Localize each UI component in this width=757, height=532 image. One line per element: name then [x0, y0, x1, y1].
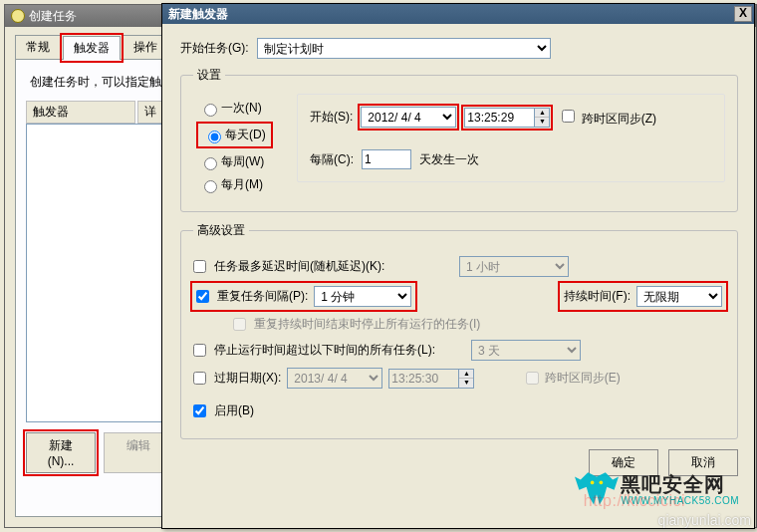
- delay-select: 1 小时: [459, 256, 569, 277]
- clock-icon: [11, 9, 25, 23]
- freq-once[interactable]: 一次(N): [199, 100, 293, 117]
- advanced-legend: 高级设置: [193, 222, 249, 239]
- dialog-titlebar: 新建触发器 X: [162, 4, 754, 24]
- every-label: 每隔(C):: [310, 151, 354, 168]
- delay-label: 任务最多延迟时间(随机延迟)(K):: [214, 258, 453, 275]
- expire-time-spinner: ▲▼: [388, 369, 474, 389]
- settings-group: 设置 一次(N) 每天(D) 每周(W) 每月(M) 开始(S): 2012/ …: [180, 67, 738, 212]
- delay-checkbox[interactable]: [193, 260, 206, 273]
- freq-daily[interactable]: 每天(D): [203, 127, 266, 143]
- close-button[interactable]: X: [734, 6, 752, 22]
- every-input[interactable]: [362, 149, 411, 169]
- back-title-text: 创建任务: [29, 8, 77, 25]
- list-header: 触发器 详: [26, 101, 165, 124]
- stop-repeat-checkbox: [233, 318, 246, 331]
- svg-point-1: [600, 481, 604, 485]
- duration-select[interactable]: 无限期: [636, 286, 722, 307]
- start-time[interactable]: [464, 108, 534, 128]
- dialog-title: 新建触发器: [168, 6, 228, 23]
- stop-after-select: 3 天: [471, 340, 581, 361]
- advanced-group: 高级设置 任务最多延迟时间(随机延迟)(K): 1 小时 重复任务间隔(P): …: [180, 222, 738, 439]
- trigger-list[interactable]: [26, 124, 165, 422]
- repeat-select[interactable]: 1 分钟: [314, 286, 411, 307]
- start-date[interactable]: 2012/ 4/ 4: [361, 107, 456, 128]
- spin-up-icon[interactable]: ▲: [535, 109, 549, 118]
- spin-down-icon[interactable]: ▼: [535, 118, 549, 127]
- col-trigger[interactable]: 触发器: [26, 101, 135, 124]
- expire-checkbox[interactable]: [193, 372, 206, 385]
- watermark: qianyunlai.com: [658, 512, 751, 528]
- tab-general[interactable]: 常规: [15, 35, 61, 59]
- watermark-url: http://kiccicici: [584, 492, 685, 510]
- expire-date: 2013/ 4/ 4: [287, 368, 382, 389]
- expire-time: [388, 369, 458, 389]
- col-detail[interactable]: 详: [137, 101, 163, 124]
- spin-up-icon: ▲: [459, 370, 473, 379]
- svg-point-0: [591, 481, 595, 485]
- sync-tz[interactable]: 跨时区同步(Z): [558, 107, 656, 128]
- new-button[interactable]: 新建(N)...: [26, 432, 96, 473]
- stop-after-checkbox[interactable]: [193, 344, 206, 357]
- freq-monthly[interactable]: 每月(M): [199, 176, 293, 193]
- freq-weekly[interactable]: 每周(W): [199, 153, 293, 170]
- expire-label: 过期日期(X):: [214, 370, 281, 387]
- begin-task-select[interactable]: 制定计划时: [257, 38, 551, 59]
- start-panel: 开始(S): 2012/ 4/ 4 ▲▼ 跨时区同步(Z) 每隔(C): 天发生…: [297, 94, 725, 182]
- repeat-checkbox[interactable]: [196, 290, 209, 303]
- repeat-label: 重复任务间隔(P):: [217, 288, 308, 305]
- enabled-checkbox[interactable]: [193, 404, 206, 417]
- duration-label: 持续时间(F):: [564, 288, 631, 305]
- frequency-options: 一次(N) 每天(D) 每周(W) 每月(M): [193, 94, 293, 199]
- expire-tz: 跨时区同步(E): [526, 370, 620, 387]
- tab-triggers[interactable]: 触发器: [63, 36, 121, 60]
- start-time-spinner[interactable]: ▲▼: [464, 108, 550, 128]
- every-suffix: 天发生一次: [419, 151, 479, 168]
- begin-task-label: 开始任务(G):: [180, 40, 249, 57]
- stop-after-label: 停止运行时间超过以下时间的所有任务(L):: [214, 342, 465, 359]
- enabled-label: 启用(B): [214, 402, 254, 419]
- new-trigger-dialog: 新建触发器 X 开始任务(G): 制定计划时 设置 一次(N) 每天(D) 每周…: [161, 3, 755, 529]
- start-label: 开始(S):: [310, 109, 353, 126]
- settings-legend: 设置: [193, 67, 225, 84]
- stop-repeat-label: 重复持续时间结束时停止所有运行的任务(I): [254, 316, 480, 333]
- spin-down-icon: ▼: [459, 379, 473, 388]
